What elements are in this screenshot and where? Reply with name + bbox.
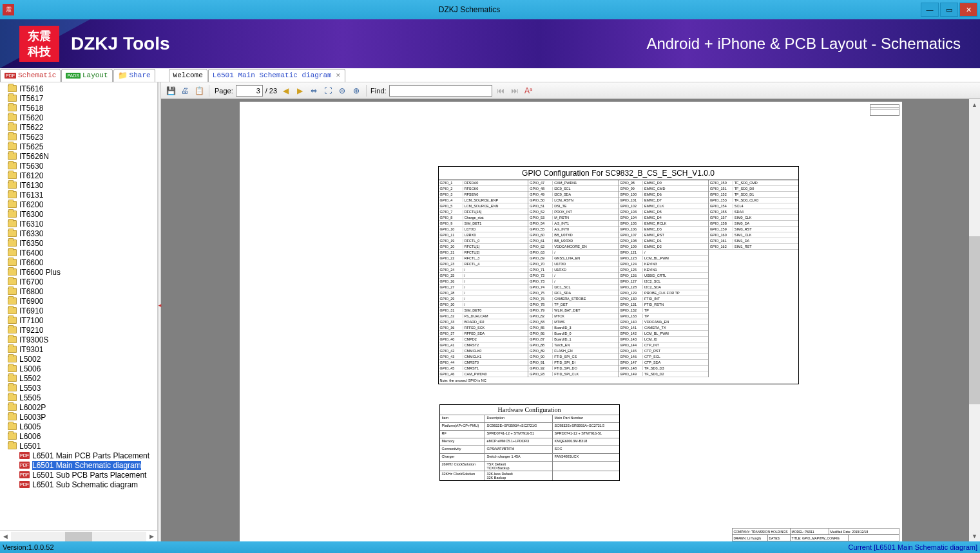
window-controls: — ▭ ✕	[921, 3, 977, 17]
tab-schematic[interactable]: PDFSchematic	[0, 69, 61, 82]
prev-page-icon[interactable]: ◀	[280, 85, 291, 97]
find-prev-icon[interactable]: ⏮	[495, 85, 506, 97]
tree-folder[interactable]: L5505	[1, 393, 156, 402]
gpio-note: Note: the unused GPIO is NC	[439, 377, 798, 384]
tree-folder[interactable]: IT6120	[1, 171, 156, 180]
tree-file[interactable]: PDFL6501 Main Schematic diagram	[1, 460, 156, 470]
tree-folder[interactable]: IT5618	[1, 103, 156, 113]
scroll-left-icon[interactable]: ◄	[0, 532, 11, 540]
tree-folder[interactable]: IT7100	[1, 315, 156, 325]
tree-folder[interactable]: IT6330	[1, 229, 156, 238]
tree-folder[interactable]: L5002	[1, 354, 156, 364]
tree-folder[interactable]: L6006	[1, 431, 156, 441]
tree-folder[interactable]: IT6400	[1, 248, 156, 258]
pdf-icon: PDF	[5, 73, 16, 79]
tree-folder[interactable]: IT6910	[1, 306, 156, 315]
hw-title: Hardware Configuration	[440, 405, 619, 415]
tree-folder[interactable]: IT6130	[1, 180, 156, 190]
tree-folder[interactable]: IT6600	[1, 258, 156, 267]
maximize-button[interactable]: ▭	[940, 3, 958, 17]
tree-folder[interactable]: IT6350	[1, 238, 156, 248]
hardware-table: Hardware Configuration ItemDescriptionMa…	[439, 404, 620, 481]
tab-current-doc[interactable]: L6501 Main Schematic diagram✕	[208, 69, 345, 82]
find-next-icon[interactable]: ⏭	[509, 85, 521, 97]
tree-folder[interactable]: L6003P	[1, 412, 156, 422]
tree-folder[interactable]: IT6131	[1, 190, 156, 200]
tree-folder[interactable]: IT5630	[1, 161, 156, 171]
titlebar: 震 DZKJ Schematics — ▭ ✕	[0, 0, 980, 19]
banner-tagline: Android + iPhone & PCB Layout - Schemati…	[646, 35, 961, 53]
tree-folder[interactable]: L6005	[1, 422, 156, 431]
tree-folder[interactable]: IT9301	[1, 344, 156, 354]
close-button[interactable]: ✕	[959, 3, 977, 17]
print-icon[interactable]: 🖨	[179, 85, 191, 97]
tree-folder[interactable]: IT6310	[1, 219, 156, 229]
scroll-down-icon[interactable]: ▼	[969, 530, 980, 541]
folder-icon	[8, 95, 17, 102]
scroll-up-icon[interactable]: ▲	[969, 99, 980, 110]
tree-file[interactable]: PDFL6501 Sub Schematic diagram	[1, 480, 156, 489]
tree-folder[interactable]: IT5620	[1, 113, 156, 122]
title-block: COMPANY: TRANSSION HOLDINGS MODEL: P6311…	[732, 528, 899, 541]
folder-icon	[8, 249, 17, 256]
pdf-icon: PDF	[19, 452, 30, 459]
tree-h-scrollbar[interactable]: ◄ ►	[0, 530, 157, 541]
splitter[interactable]	[158, 82, 161, 541]
page-input[interactable]	[236, 85, 263, 97]
tree-folder[interactable]: IT6700	[1, 277, 156, 286]
next-page-icon[interactable]: ▶	[294, 85, 305, 97]
highlight-icon[interactable]: Aᵃ	[523, 85, 535, 97]
gpio-table: GPIO Configuration For SC9832_B_CS_E_SCH…	[438, 166, 799, 384]
tree-folder[interactable]: L5006	[1, 364, 156, 373]
save-icon[interactable]: 💾	[165, 85, 177, 97]
tree-folder[interactable]: IT6600 Plus	[1, 267, 156, 277]
folder-icon	[8, 104, 17, 111]
find-label: Find:	[370, 87, 386, 95]
copy-icon[interactable]: 📋	[193, 85, 205, 97]
tree-folder[interactable]: IT5623	[1, 132, 156, 142]
tree-folder[interactable]: IT9300S	[1, 335, 156, 344]
tree-folder[interactable]: IT5625	[1, 142, 156, 151]
banner: 东震 科技 DZKJ Tools Android + iPhone & PCB …	[0, 19, 980, 68]
scrollbar-thumb[interactable]	[65, 532, 92, 541]
tree-folder[interactable]: L6501	[1, 441, 156, 451]
tab-welcome[interactable]: Welcome	[169, 69, 207, 82]
page-canvas[interactable]: GPIO Configuration For SC9832_B_CS_E_SCH…	[172, 99, 969, 541]
folder-icon	[8, 162, 17, 169]
folder-icon	[8, 423, 17, 430]
tree-folder[interactable]: IT5626N	[1, 151, 156, 161]
tree-folder[interactable]: L5502	[1, 373, 156, 383]
fit-width-icon[interactable]: ⇔	[308, 85, 320, 97]
tree-folder[interactable]: IT5617	[1, 93, 156, 103]
file-tree[interactable]: IT5616IT5617IT5618IT5620IT5622IT5623IT56…	[0, 82, 157, 530]
zoom-in-icon[interactable]: ⊕	[351, 85, 362, 97]
tree-file[interactable]: PDFL6501 Sub PCB Parts Placement	[1, 470, 156, 480]
statusbar: Version:1.0.0.52 Current [L6501 Main Sch…	[0, 541, 980, 553]
tree-folder[interactable]: IT6200	[1, 200, 156, 209]
tree-folder[interactable]: L6002P	[1, 402, 156, 412]
folder-icon	[8, 404, 17, 411]
tree-folder[interactable]: IT6900	[1, 296, 156, 306]
tab-share[interactable]: 📁Share	[113, 69, 155, 82]
tree-folder[interactable]: IT5622	[1, 122, 156, 132]
folder-icon	[8, 124, 17, 131]
tab-layout[interactable]: PADSLayout	[61, 69, 112, 82]
close-tab-icon[interactable]: ✕	[336, 72, 341, 79]
tree-folder[interactable]: IT6300	[1, 209, 156, 219]
scroll-right-icon[interactable]: ►	[146, 532, 157, 540]
page-total: / 23	[265, 87, 277, 95]
find-input[interactable]	[389, 85, 492, 97]
tree-file[interactable]: PDFL6501 Main PCB Parts Placement	[1, 451, 156, 460]
zoom-out-icon[interactable]: ⊖	[336, 85, 348, 97]
folder-icon	[8, 259, 17, 266]
minimize-button[interactable]: —	[921, 3, 939, 17]
fit-page-icon[interactable]: ⛶	[322, 85, 334, 97]
pads-icon: PADS	[66, 73, 81, 79]
tree-folder[interactable]: IT9210	[1, 325, 156, 335]
tree-folder[interactable]: L5503	[1, 383, 156, 393]
scrollbar-thumb[interactable]	[969, 236, 980, 404]
tree-folder[interactable]: IT6800	[1, 286, 156, 296]
current-doc-label: Current [L6501 Main Schematic diagram]	[848, 543, 977, 551]
doc-v-scrollbar[interactable]: ▲ ▼	[969, 99, 980, 541]
tree-folder[interactable]: IT5616	[1, 84, 156, 93]
